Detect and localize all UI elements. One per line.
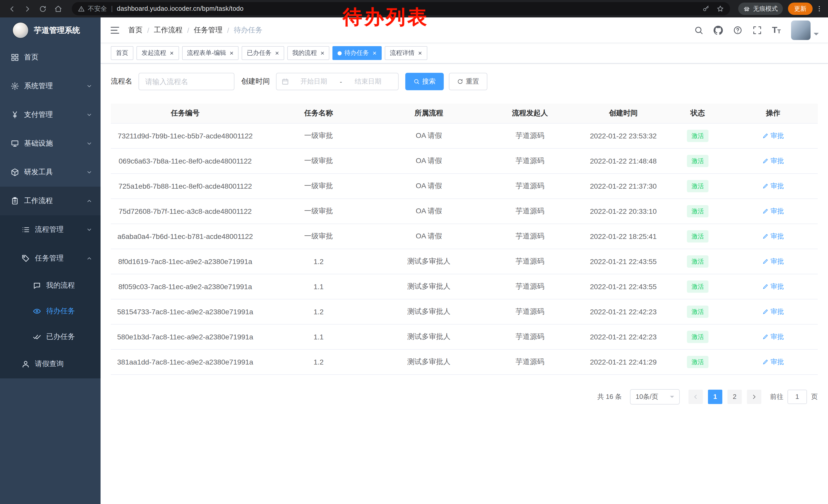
approve-button[interactable]: 审批: [762, 282, 784, 291]
sidebar-item-infra[interactable]: 基础设施: [0, 129, 100, 158]
sidebar-item-my-process[interactable]: 我的流程: [0, 273, 100, 299]
breadcrumb-item[interactable]: 首页: [128, 26, 142, 35]
process-cell: 测试多审批人: [378, 324, 480, 349]
url-text: dashboard.yudao.iocoder.cn/bpm/task/todo: [117, 5, 244, 12]
app-root: 不安全 | dashboard.yudao.iocoder.cn/bpm/tas…: [0, 0, 828, 504]
sidebar-item-home[interactable]: 首页: [0, 43, 100, 72]
page-button-1[interactable]: 1: [708, 390, 722, 404]
sidebar-item-devtools[interactable]: 研发工具: [0, 158, 100, 187]
close-icon[interactable]: ×: [170, 50, 174, 56]
approve-button[interactable]: 审批: [762, 231, 784, 241]
tab-start-process[interactable]: 发起流程×: [136, 46, 179, 60]
next-page-button[interactable]: [747, 390, 761, 404]
search-icon[interactable]: [694, 26, 703, 35]
table-row: 75d72608-7b7f-11ec-a3c8-acde48001122一级审批…: [111, 198, 818, 224]
github-icon[interactable]: [714, 26, 723, 35]
create-time-label: 创建时间: [241, 77, 270, 86]
tab-my-process[interactable]: 我的流程×: [287, 46, 330, 60]
approve-button[interactable]: 审批: [762, 156, 784, 165]
close-icon[interactable]: ×: [230, 50, 234, 56]
task-name-cell: 1.2: [259, 249, 378, 274]
task-id-cell: a6aba0a4-7b6d-11ec-b781-acde48001122: [111, 224, 259, 249]
start-date-placeholder: 开始日期: [289, 77, 339, 86]
starter-cell: 芋道源码: [480, 324, 580, 349]
created-cell: 2022-01-21 22:42:23: [580, 299, 667, 324]
question-icon[interactable]: [733, 26, 742, 35]
date-range-picker[interactable]: 开始日期 - 结束日期: [276, 73, 399, 90]
task-name-cell: 一级审批: [259, 198, 378, 224]
page-button-2[interactable]: 2: [728, 390, 742, 404]
sidebar-item-todo-task[interactable]: 待办任务: [0, 299, 100, 324]
table-header-row: 任务编号任务名称所属流程流程发起人创建时间状态操作: [111, 103, 818, 123]
page-size-select[interactable]: 10条/页: [630, 389, 680, 404]
close-icon[interactable]: ×: [321, 50, 325, 56]
process-cell: OA 请假: [378, 198, 480, 224]
status-badge: 激活: [687, 356, 708, 368]
text-size-icon[interactable]: TT: [772, 26, 781, 34]
close-icon[interactable]: ×: [418, 50, 422, 56]
sidebar-item-payment[interactable]: 支付管理: [0, 100, 100, 129]
approve-button[interactable]: 审批: [762, 357, 784, 366]
active-tab-dot: [338, 51, 342, 55]
starter-cell: 芋道源码: [480, 173, 580, 198]
fullscreen-icon[interactable]: [753, 26, 762, 35]
pencil-icon: [762, 258, 769, 264]
reset-button[interactable]: 重置: [449, 73, 487, 90]
sidebar-item-task-mgmt[interactable]: 任务管理: [0, 244, 100, 273]
approve-button[interactable]: 审批: [762, 257, 784, 266]
sidebar-item-system[interactable]: 系统管理: [0, 72, 100, 100]
task-name-cell: 1.2: [259, 299, 378, 324]
avatar-button[interactable]: [791, 20, 819, 40]
table-row: 381aa1dd-7ac8-11ec-a9e2-a2380e71991a1.2测…: [111, 349, 818, 374]
security-label: 不安全: [88, 4, 107, 13]
close-icon[interactable]: ×: [275, 50, 279, 56]
created-cell: 2022-01-22 18:25:41: [580, 224, 667, 249]
close-icon[interactable]: ×: [373, 50, 377, 56]
tab-process-detail[interactable]: 流程详情×: [385, 46, 427, 60]
sidebar-item-process-mgmt[interactable]: 流程管理: [0, 215, 100, 244]
process-cell: 测试多审批人: [378, 249, 480, 274]
goto-page-input[interactable]: [787, 390, 807, 404]
pencil-icon: [762, 359, 769, 365]
sidebar-item-leave-query[interactable]: 请假查询: [0, 350, 100, 378]
prev-page-button[interactable]: [689, 390, 703, 404]
sidebar-item-workflow[interactable]: 工作流程: [0, 187, 100, 215]
sidebar-item-done-task[interactable]: 已办任务: [0, 324, 100, 350]
process-name-input[interactable]: [138, 73, 235, 90]
status-badge: 激活: [687, 280, 708, 292]
approve-button[interactable]: 审批: [762, 332, 784, 341]
key-icon[interactable]: [702, 5, 709, 12]
tab-done-task[interactable]: 已办任务×: [242, 46, 284, 60]
approve-button[interactable]: 审批: [762, 307, 784, 316]
address-bar[interactable]: 不安全 | dashboard.yudao.iocoder.cn/bpm/tas…: [72, 2, 730, 15]
column-header: 状态: [667, 103, 729, 123]
breadcrumb-item[interactable]: 工作流程: [154, 26, 182, 35]
update-button[interactable]: 更新: [788, 3, 813, 15]
created-cell: 2022-01-21 22:41:29: [580, 349, 667, 374]
chevron-down-icon: [86, 83, 92, 89]
hamburger-icon[interactable]: [110, 25, 120, 35]
tab-home[interactable]: 首页: [111, 46, 133, 60]
back-icon[interactable]: [5, 2, 18, 15]
refresh-icon[interactable]: [36, 2, 49, 15]
goto-label: 前往: [770, 392, 783, 401]
pencil-icon: [762, 283, 769, 289]
approve-button[interactable]: 审批: [762, 131, 784, 140]
forward-icon[interactable]: [20, 2, 34, 15]
approve-button[interactable]: 审批: [762, 207, 784, 216]
tab-todo-task[interactable]: 待办任务×: [333, 46, 382, 60]
chevron-down-icon: [86, 227, 92, 233]
tab-form-edit[interactable]: 流程表单-编辑×: [182, 46, 239, 60]
kebab-menu-icon[interactable]: [816, 5, 823, 12]
clipboard-icon: [11, 197, 19, 205]
approve-button[interactable]: 审批: [762, 181, 784, 190]
search-button[interactable]: 搜索: [405, 73, 444, 90]
logo-avatar: [12, 22, 29, 39]
table-row: 8f0d1619-7ac8-11ec-a9e2-a2380e71991a1.2测…: [111, 249, 818, 274]
star-icon[interactable]: [717, 5, 724, 12]
end-date-placeholder: 结束日期: [343, 77, 393, 86]
app-logo[interactable]: 芋道管理系统: [0, 17, 100, 43]
home-icon[interactable]: [51, 2, 65, 15]
table-row: 725a1eb6-7b88-11ec-8ef0-acde48001122一级审批…: [111, 173, 818, 198]
breadcrumb-item[interactable]: 任务管理: [194, 26, 223, 35]
